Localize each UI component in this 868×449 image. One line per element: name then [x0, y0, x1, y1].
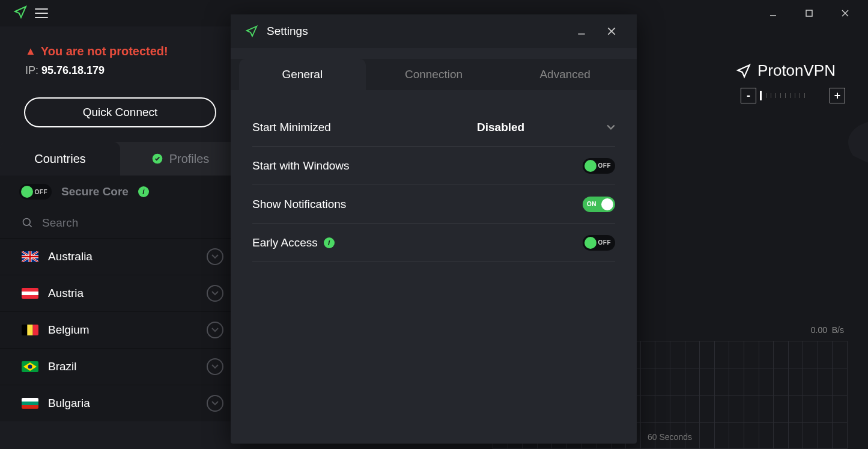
maximize-window-button[interactable] [791, 0, 827, 26]
list-item[interactable]: Bulgaria [0, 385, 240, 421]
secure-core-toggle[interactable]: OFF [19, 184, 52, 200]
list-item[interactable]: Australia [0, 238, 240, 275]
secure-core-label: Secure Core [61, 185, 129, 198]
settings-tabs: General Connection Advanced [231, 59, 637, 90]
show-notifications-toggle[interactable]: ON [583, 197, 615, 212]
info-icon[interactable]: i [324, 237, 335, 248]
tab-connection[interactable]: Connection [371, 59, 497, 90]
search-row [0, 208, 240, 238]
list-item[interactable]: Brazil [0, 348, 240, 385]
early-access-toggle[interactable]: OFF [583, 235, 615, 251]
tab-countries[interactable]: Countries [0, 142, 120, 176]
warning-icon: ▲ [25, 45, 36, 58]
chart-xlabel: 60 Seconds [648, 432, 692, 442]
secure-core-row: OFF Secure Core i [0, 176, 240, 208]
ip-label: IP: [25, 64, 41, 76]
search-input[interactable] [42, 216, 219, 230]
setting-early-access: Early Access i OFF [252, 224, 615, 262]
ip-value: 95.76.18.179 [41, 64, 105, 76]
zoom-slider[interactable] [760, 94, 826, 97]
sidebar-tabs: Countries Profiles [0, 142, 240, 176]
zoom-out-button[interactable]: - [741, 88, 756, 103]
svg-point-9 [24, 253, 25, 254]
svg-rect-13 [22, 295, 38, 299]
expand-icon[interactable] [207, 248, 223, 265]
start-with-windows-toggle[interactable]: OFF [583, 158, 615, 174]
svg-rect-20 [22, 402, 38, 405]
dialog-close-button[interactable] [601, 20, 622, 42]
tab-profiles[interactable]: Profiles [120, 142, 240, 176]
svg-point-10 [26, 253, 27, 254]
zoom-in-button[interactable]: + [830, 88, 845, 103]
svg-rect-15 [27, 325, 32, 335]
menu-icon[interactable] [35, 8, 48, 18]
expand-icon[interactable] [207, 322, 223, 338]
search-icon [22, 217, 34, 229]
setting-show-notifications: Show Notifications ON [252, 185, 615, 224]
start-minimized-dropdown[interactable]: Disabled [477, 121, 615, 134]
warning-status: ▲ You are not protected! [25, 44, 222, 58]
flag-icon [22, 325, 38, 335]
status-panel: ▲ You are not protected! IP: 95.76.18.17… [0, 26, 240, 88]
svg-rect-19 [22, 398, 38, 402]
dialog-titlebar: Settings [231, 14, 637, 48]
svg-point-18 [28, 365, 32, 369]
setting-start-minimized: Start Minimized Disabled [252, 108, 615, 147]
svg-point-5 [23, 219, 31, 226]
expand-icon[interactable] [207, 395, 223, 412]
expand-icon[interactable] [207, 358, 223, 375]
tab-general[interactable]: General [239, 59, 366, 90]
sidebar: ▲ You are not protected! IP: 95.76.18.17… [0, 26, 240, 449]
warning-text: You are not protected! [41, 44, 168, 58]
settings-dialog: Settings General Connection Advanced Sta… [231, 14, 637, 444]
logo-icon [13, 5, 28, 22]
svg-rect-21 [22, 405, 38, 409]
svg-point-8 [25, 254, 26, 255]
country-list: Australia Austria Belgium Brazil Bulgari [0, 238, 240, 449]
dialog-title: Settings [267, 25, 308, 38]
brand-logo: ProtonVPN [736, 61, 836, 80]
check-circle-icon [151, 153, 163, 165]
quick-connect-button[interactable]: Quick Connect [24, 97, 216, 127]
svg-rect-1 [806, 10, 812, 16]
svg-line-6 [29, 225, 32, 227]
logo-icon [736, 63, 751, 79]
svg-rect-14 [22, 325, 27, 335]
svg-rect-16 [33, 325, 38, 335]
list-item[interactable]: Belgium [0, 311, 240, 348]
minimize-window-button[interactable] [755, 0, 791, 26]
flag-icon [22, 398, 38, 409]
svg-rect-11 [22, 288, 38, 292]
zoom-control: - + [741, 88, 845, 103]
setting-start-with-windows: Start with Windows OFF [252, 147, 615, 185]
close-window-button[interactable] [827, 0, 863, 26]
svg-rect-12 [22, 292, 38, 295]
info-icon[interactable]: i [138, 186, 149, 197]
chevron-down-icon [607, 124, 615, 130]
dialog-minimize-button[interactable] [571, 20, 592, 42]
expand-icon[interactable] [207, 285, 223, 302]
logo-icon [245, 25, 258, 38]
flag-icon [22, 288, 38, 299]
flag-icon [22, 361, 38, 372]
list-item[interactable]: Austria [0, 275, 240, 311]
tab-advanced[interactable]: Advanced [502, 59, 628, 90]
flag-icon [22, 251, 38, 262]
